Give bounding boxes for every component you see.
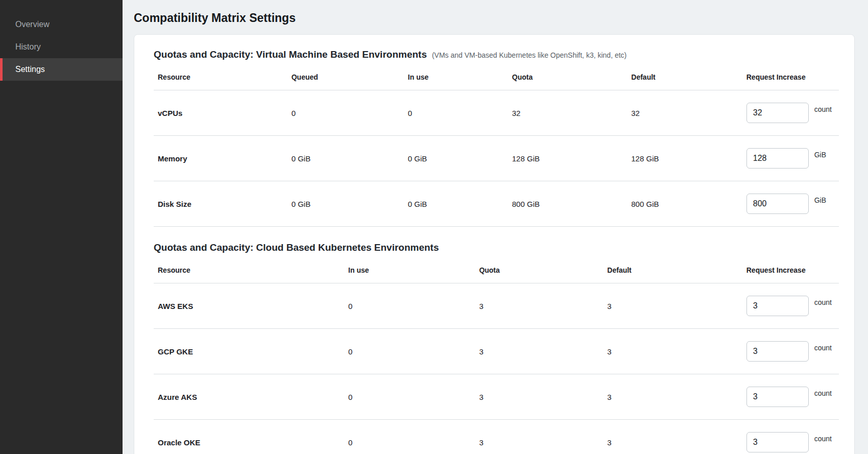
queued-value: 0 GiB bbox=[287, 181, 404, 227]
in-use-value: 0 bbox=[344, 329, 475, 374]
table-row: Oracle OKE 0 3 3 count bbox=[154, 420, 839, 454]
resource-name: vCPUs bbox=[154, 90, 287, 136]
column-header-queued: Queued bbox=[287, 64, 404, 90]
vm-table-header-row: Resource Queued In use Quota Default Req… bbox=[154, 64, 839, 90]
vm-section-header: Quotas and Capacity: Virtual Machine Bas… bbox=[154, 49, 839, 60]
quotas-card: Quotas and Capacity: Virtual Machine Bas… bbox=[134, 34, 855, 454]
request-increase-cell: GiB bbox=[746, 194, 835, 214]
table-row: Disk Size 0 GiB 0 GiB 800 GiB 800 GiB Gi… bbox=[154, 181, 839, 227]
in-use-value: 0 GiB bbox=[404, 181, 508, 227]
default-value: 3 bbox=[603, 420, 742, 454]
page-title: Compatibility Matrix Settings bbox=[134, 11, 855, 25]
cloud-quotas-section: Quotas and Capacity: Cloud Based Kuberne… bbox=[154, 242, 839, 454]
main-content: Compatibility Matrix Settings Quotas and… bbox=[123, 0, 868, 454]
request-increase-cell: GiB bbox=[746, 148, 835, 169]
vcpus-increase-input[interactable] bbox=[746, 103, 809, 123]
column-header-default: Default bbox=[603, 257, 742, 283]
vm-section-subtitle: (VMs and VM-based Kubernetes like OpenSh… bbox=[432, 51, 626, 59]
aws-eks-increase-input[interactable] bbox=[746, 296, 809, 316]
quota-value: 3 bbox=[475, 329, 603, 374]
resource-name: AWS EKS bbox=[154, 283, 344, 329]
table-row: Azure AKS 0 3 3 count bbox=[154, 374, 839, 420]
default-value: 800 GiB bbox=[627, 181, 742, 227]
azure-aks-increase-input[interactable] bbox=[746, 387, 809, 407]
column-header-quota: Quota bbox=[508, 64, 628, 90]
table-row: GCP GKE 0 3 3 count bbox=[154, 329, 839, 374]
quota-value: 800 GiB bbox=[508, 181, 628, 227]
in-use-value: 0 bbox=[404, 90, 508, 136]
cloud-section-title: Quotas and Capacity: Cloud Based Kuberne… bbox=[154, 242, 439, 253]
quota-value: 3 bbox=[475, 374, 603, 420]
cloud-section-header: Quotas and Capacity: Cloud Based Kuberne… bbox=[154, 242, 839, 253]
default-value: 3 bbox=[603, 329, 742, 374]
column-header-request-increase: Request Increase bbox=[742, 64, 839, 90]
sidebar-item-history[interactable]: History bbox=[0, 36, 123, 58]
unit-label: count bbox=[814, 344, 832, 352]
cloud-table-header-row: Resource In use Quota Default Request In… bbox=[154, 257, 839, 283]
oracle-oke-increase-input[interactable] bbox=[746, 432, 809, 452]
resource-name: Memory bbox=[154, 136, 287, 181]
sidebar-item-overview[interactable]: Overview bbox=[0, 13, 123, 36]
unit-label: count bbox=[814, 435, 832, 443]
quota-value: 128 GiB bbox=[508, 136, 628, 181]
default-value: 3 bbox=[603, 283, 742, 329]
column-header-resource: Resource bbox=[154, 64, 287, 90]
table-row: vCPUs 0 0 32 32 count bbox=[154, 90, 839, 136]
quota-value: 3 bbox=[475, 283, 603, 329]
vm-section-title: Quotas and Capacity: Virtual Machine Bas… bbox=[154, 49, 427, 60]
column-header-in-use: In use bbox=[344, 257, 475, 283]
disk-size-increase-input[interactable] bbox=[746, 194, 809, 214]
default-value: 128 GiB bbox=[627, 136, 742, 181]
in-use-value: 0 bbox=[344, 374, 475, 420]
request-increase-cell: count bbox=[746, 432, 835, 452]
unit-label: GiB bbox=[814, 196, 826, 204]
default-value: 3 bbox=[603, 374, 742, 420]
resource-name: GCP GKE bbox=[154, 329, 344, 374]
vm-quotas-section: Quotas and Capacity: Virtual Machine Bas… bbox=[154, 49, 839, 227]
column-header-quota: Quota bbox=[475, 257, 603, 283]
in-use-value: 0 bbox=[344, 283, 475, 329]
quota-value: 32 bbox=[508, 90, 628, 136]
request-increase-cell: count bbox=[746, 387, 835, 407]
request-increase-cell: count bbox=[746, 296, 835, 316]
request-increase-cell: count bbox=[746, 103, 835, 123]
resource-name: Azure AKS bbox=[154, 374, 344, 420]
sidebar: Overview History Settings bbox=[0, 0, 123, 454]
quota-value: 3 bbox=[475, 420, 603, 454]
resource-name: Disk Size bbox=[154, 181, 287, 227]
cloud-quota-table: Resource In use Quota Default Request In… bbox=[154, 257, 839, 454]
unit-label: count bbox=[814, 389, 832, 397]
queued-value: 0 bbox=[287, 90, 404, 136]
unit-label: count bbox=[814, 298, 832, 306]
sidebar-item-settings[interactable]: Settings bbox=[0, 58, 123, 81]
unit-label: GiB bbox=[814, 151, 826, 159]
vm-quota-table: Resource Queued In use Quota Default Req… bbox=[154, 64, 839, 227]
in-use-value: 0 GiB bbox=[404, 136, 508, 181]
gcp-gke-increase-input[interactable] bbox=[746, 341, 809, 362]
memory-increase-input[interactable] bbox=[746, 148, 809, 169]
column-header-resource: Resource bbox=[154, 257, 344, 283]
table-row: Memory 0 GiB 0 GiB 128 GiB 128 GiB GiB bbox=[154, 136, 839, 181]
column-header-request-increase: Request Increase bbox=[742, 257, 839, 283]
column-header-in-use: In use bbox=[404, 64, 508, 90]
unit-label: count bbox=[814, 105, 832, 113]
resource-name: Oracle OKE bbox=[154, 420, 344, 454]
queued-value: 0 GiB bbox=[287, 136, 404, 181]
column-header-default: Default bbox=[627, 64, 742, 90]
default-value: 32 bbox=[627, 90, 742, 136]
in-use-value: 0 bbox=[344, 420, 475, 454]
table-row: AWS EKS 0 3 3 count bbox=[154, 283, 839, 329]
request-increase-cell: count bbox=[746, 341, 835, 362]
